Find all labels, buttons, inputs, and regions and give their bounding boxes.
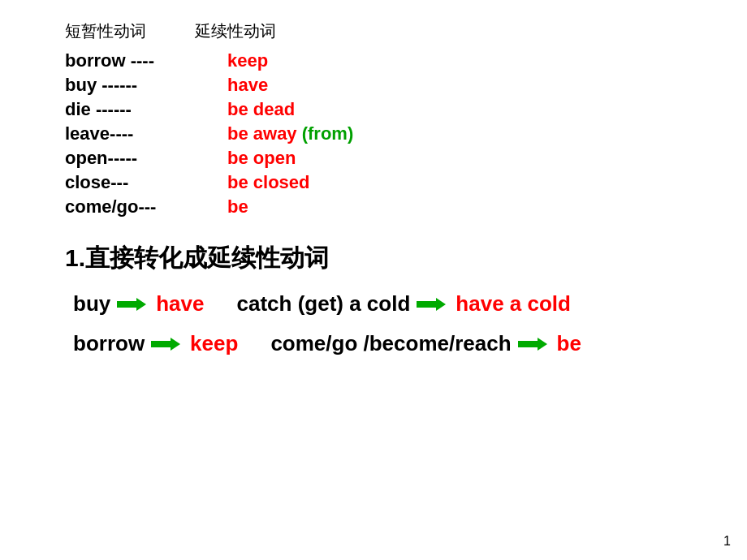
left-word: buy [73,291,110,317]
table-row: open-----be open [65,148,698,169]
verb-right: be away (from) [227,123,353,144]
left-word: borrow [73,331,145,356]
table-row: leave----be away (from) [65,123,698,144]
verb-right: be open [227,148,296,169]
arrow-row: borrow keepcome/go /become/reach be [73,331,698,356]
verb-left: open----- [65,148,227,169]
verb-left: leave---- [65,123,227,144]
table-row: close---be closed [65,172,698,193]
phrase2: come/go /become/reach [270,331,511,356]
verb-right: be [227,196,248,218]
verb-left: buy ------ [65,75,227,96]
svg-marker-2 [151,338,180,351]
page-number: 1 [723,534,731,549]
verb-left: borrow ---- [65,50,227,71]
verb-left: come/go--- [65,196,227,218]
arrow-row: buy havecatch (get) a cold have a cold [73,291,698,317]
verb-right: have [227,75,268,96]
header-col2: 延续性动词 [195,20,276,42]
arrow-section: buy havecatch (get) a cold have a coldbo… [65,291,698,356]
verb-right: keep [227,50,268,71]
svg-marker-1 [417,298,446,311]
header-col1: 短暂性动词 [65,20,146,42]
arrow-icon-2 [518,336,547,352]
table-header: 短暂性动词 延续性动词 [65,20,698,42]
verb-right: be closed [227,172,309,193]
arrow-icon-2 [417,296,446,312]
table-row: come/go---be [65,196,698,218]
verb-right: be dead [227,99,295,120]
right-word: have [156,291,204,317]
verb-table: borrow ----keepbuy ------havedie ------b… [65,50,698,218]
phrase2: catch (get) a cold [237,291,411,317]
result2: have a cold [456,291,571,317]
svg-marker-0 [117,298,146,311]
section1-title: 1.直接转化成延续性动词 [65,242,698,275]
result2: be [557,331,581,356]
right-word: keep [190,331,238,356]
arrow-icon [117,296,146,312]
table-row: buy ------have [65,75,698,96]
arrow-icon [151,336,180,352]
svg-marker-3 [518,338,547,351]
verb-left: close--- [65,172,227,193]
main-content: 短暂性动词 延续性动词 borrow ----keepbuy ------hav… [0,0,747,383]
table-row: die ------be dead [65,99,698,120]
table-row: borrow ----keep [65,50,698,71]
verb-left: die ------ [65,99,227,120]
